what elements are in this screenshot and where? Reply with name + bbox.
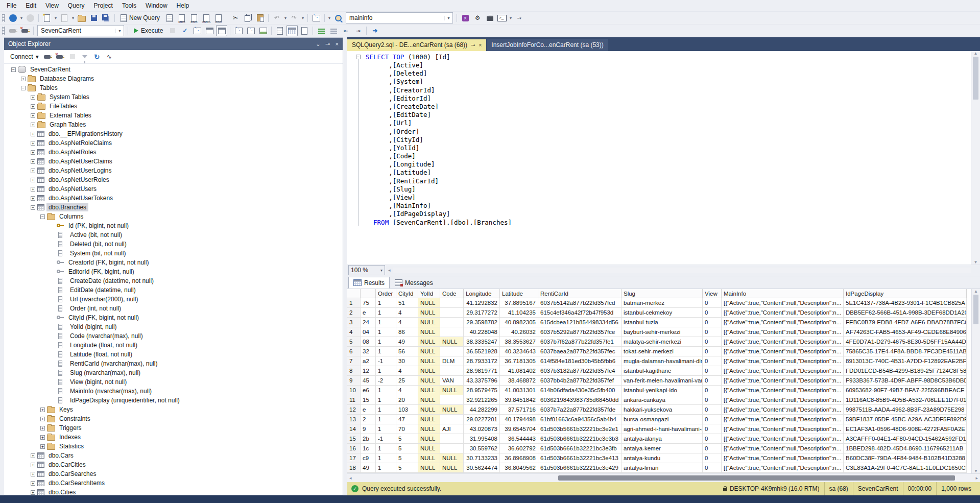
activity-monitor-icon[interactable] [310, 12, 322, 23]
grid-cell[interactable]: hakkari-yuksekova [622, 405, 703, 415]
menu-help[interactable]: Help [172, 1, 194, 11]
grid-cell[interactable] [440, 347, 464, 356]
grid-cell[interactable]: -1 [376, 434, 396, 444]
grid-cell[interactable]: 32.9212265 [464, 395, 500, 405]
grid-cell[interactable]: bayburt-sehir-merkezi [622, 327, 703, 337]
grid-cell[interactable]: 30.559762 [464, 444, 500, 453]
column-header-Order[interactable]: Order [376, 289, 396, 298]
grid-cell[interactable]: 0 [703, 424, 722, 434]
expand-icon[interactable]: + [31, 196, 35, 201]
dropdown-caret-icon[interactable]: ▾ [53, 13, 58, 23]
column-header-View[interactable]: View [703, 289, 722, 298]
tree-item-dbo.carsearches[interactable]: +dbo.CarSearches [4, 469, 343, 478]
tree-item-active[interactable]: Active (bit, not null) [4, 230, 343, 239]
oe-stop-icon[interactable] [55, 51, 66, 62]
grid-cell[interactable]: [{"Active":true,"Content":null,"Descript… [722, 327, 844, 337]
results-to-grid-icon[interactable] [286, 25, 298, 36]
grid-cell[interactable]: 0 [703, 405, 722, 415]
grid-cell[interactable]: 1 [376, 308, 396, 318]
column-header-Longitude[interactable]: Longitude [464, 289, 500, 298]
results-to-text-icon[interactable] [274, 25, 285, 36]
query-options-icon[interactable] [204, 25, 215, 36]
tree-item-idpagedisplay[interactable]: IdPageDisplay (uniqueidentifier, not nul… [4, 396, 343, 405]
redo-icon[interactable]: ↷ [289, 12, 300, 23]
expand-icon[interactable]: + [31, 187, 35, 191]
grid-cell[interactable]: 1 [376, 386, 396, 395]
results-vertical-scrollbar[interactable]: ▲ ▼ [971, 289, 980, 473]
grid-cell[interactable]: istanbul-cekmekoy [622, 308, 703, 318]
grid-cell[interactable]: 6037b5292a877b22fd357fce [538, 327, 622, 337]
column-header-IdPageDisplay[interactable]: IdPageDisplay [844, 289, 967, 298]
grid-cell[interactable]: 30 [396, 356, 418, 366]
grid-cell[interactable]: ankara-cankaya [622, 395, 703, 405]
expand-icon[interactable]: + [31, 113, 35, 118]
new-query-template-icon[interactable] [41, 12, 53, 23]
tree-item-dbo.aspnetuserlogins[interactable]: +dbo.AspNetUserLogins [4, 166, 343, 175]
tree-item-database[interactable]: +Database Diagrams [4, 74, 343, 83]
tree-item-dbo.aspnetuserclaims[interactable]: +dbo.AspNetUserClaims [4, 157, 343, 166]
column-header-RentiCarId[interactable]: RentiCarId [538, 289, 622, 298]
grid-cell[interactable]: 20 [396, 395, 418, 405]
grid-cell[interactable]: 6037b5142a877b22fd357fcd [538, 298, 622, 308]
grid-cell[interactable]: 5 [396, 444, 418, 453]
grid-cell[interactable]: [{"Active":true,"Content":null,"Descript… [722, 308, 844, 318]
tree-item-dbo.cars[interactable]: +dbo.Cars [4, 451, 343, 460]
tree-item-creatorid[interactable]: CreatorId (FK, bigint, not null) [4, 258, 343, 267]
grid-cell[interactable]: malatya-sehir-merkezi [622, 337, 703, 347]
chevron-down-icon[interactable]: ▾ [115, 29, 124, 33]
scroll-left-icon[interactable]: ◂ [347, 475, 354, 481]
grid-cell[interactable]: 39.8451842 [500, 395, 538, 405]
grid-cell[interactable]: 4FE0D7A1-D279-4675-8E30-5D5FF15AA44D [844, 337, 967, 347]
grid-cell[interactable]: [{"Active":true,"Content":null,"Descript… [722, 347, 844, 356]
grid-cell[interactable]: NULL [418, 318, 440, 327]
scroll-down-icon[interactable]: ▼ [974, 469, 978, 473]
grid-cell[interactable]: NULL [418, 395, 440, 405]
grid-cell[interactable]: 0 [703, 415, 722, 424]
grid-cell[interactable]: 60953682-90F7-49B7-BFA7-225596BBEACE [844, 386, 967, 395]
copy-icon[interactable] [242, 12, 253, 23]
grid-cell[interactable]: [{"Active":true,"Content":null,"Descript… [722, 298, 844, 308]
database-engine-query-icon[interactable] [164, 12, 175, 23]
grid-cell[interactable]: 6037bb4b2a877b22fd357fef [538, 376, 622, 386]
change-connection-icon[interactable] [19, 25, 31, 36]
column-header-blank[interactable] [347, 289, 361, 298]
grid-cell[interactable]: 49 [361, 463, 376, 473]
grid-cell[interactable]: 36.7181305 [500, 356, 538, 366]
cut-icon[interactable]: ✂ [230, 12, 241, 23]
tree-item-external[interactable]: +External Tables [4, 111, 343, 120]
grid-cell[interactable]: 51 [396, 298, 418, 308]
grid-cell[interactable]: 75 [361, 298, 376, 308]
grid-cell[interactable]: 1 [376, 415, 396, 424]
grid-cell[interactable] [440, 395, 464, 405]
dropdown-caret-icon[interactable]: ▾ [508, 13, 513, 23]
tab-messages[interactable]: Messages [390, 277, 438, 289]
grid-cell[interactable]: F933B367-573B-4D9F-ABFF-98D8C53B6DBD [844, 376, 967, 386]
grid-cell[interactable]: 4 [396, 366, 418, 376]
grid-cell[interactable]: [{"Active":true,"Content":null,"Descript… [722, 434, 844, 444]
chevron-down-icon[interactable]: ▾ [444, 16, 452, 20]
grid-cell[interactable] [440, 434, 464, 444]
grid-cell[interactable]: 37.8895167 [500, 298, 538, 308]
live-query-stats-icon[interactable] [245, 25, 256, 36]
dmx-query-icon[interactable]: DMX [188, 12, 200, 23]
collapse-icon[interactable]: − [31, 205, 35, 210]
grid-cell[interactable]: 2 [361, 415, 376, 424]
tree-item-renticarid[interactable]: RentiCarId (nvarchar(max), null) [4, 359, 343, 368]
expand-icon[interactable]: + [31, 472, 35, 476]
grid-cell[interactable]: 615c4ef346a42f72b47f953d [538, 308, 622, 318]
dropdown-caret-icon[interactable]: ▾ [327, 13, 332, 23]
grid-cell[interactable]: NULL [440, 453, 464, 463]
tree-item-yolid[interactable]: YolId (bigint, null) [4, 322, 343, 331]
search-combo[interactable]: maininfo▾ [346, 12, 453, 23]
menu-tools[interactable]: Tools [117, 1, 141, 11]
editor-horizontal-scrollbar[interactable]: ◂ [385, 265, 980, 276]
grid-cell[interactable]: 1D116AC8-85B9-4D5B-A532-708EEE1D7F01 [844, 395, 967, 405]
expand-icon[interactable]: + [21, 77, 26, 81]
grid-cell[interactable]: 1 [376, 395, 396, 405]
grid-cell[interactable]: 61d503b6661b32221bc3e3fb [538, 444, 622, 453]
close-icon[interactable]: × [336, 41, 339, 47]
column-header-Latitude[interactable]: Latitude [500, 289, 538, 298]
new-query-button[interactable]: New Query [117, 12, 163, 23]
grid-cell[interactable]: 9 [347, 376, 361, 386]
scroll-down-icon[interactable]: ▼ [974, 260, 978, 265]
